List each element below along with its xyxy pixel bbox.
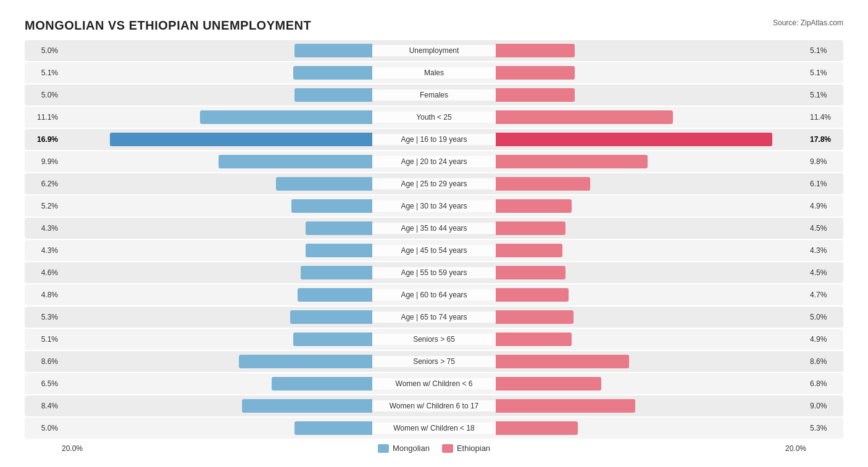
row-label: Women w/ Children 6 to 17 bbox=[372, 400, 496, 411]
legend-label-ethiopian: Ethiopian bbox=[457, 444, 490, 453]
bars-area: Seniors > 65 bbox=[62, 329, 806, 350]
row-label: Age | 16 to 19 years bbox=[372, 134, 496, 145]
bar-ethiopian bbox=[496, 155, 648, 168]
right-bar-area bbox=[496, 333, 806, 346]
chart-row: 5.1% Seniors > 65 4.9% bbox=[25, 329, 843, 350]
bar-ethiopian bbox=[496, 310, 574, 324]
bar-section: 5.0% Women w/ Children < 18 5.3% bbox=[25, 418, 843, 439]
chart-row: 5.3% Age | 65 to 74 years 5.0% bbox=[25, 307, 843, 328]
left-value: 4.6% bbox=[25, 268, 62, 277]
legend: Mongolian Ethiopian bbox=[378, 444, 490, 453]
bar-section: 5.0% Unemployment 5.1% bbox=[25, 40, 843, 61]
chart-row: 4.3% Age | 45 to 54 years 4.3% bbox=[25, 240, 843, 261]
left-value: 6.5% bbox=[25, 379, 62, 388]
chart-row: 11.1% Youth < 25 11.4% bbox=[25, 107, 843, 128]
right-bar-area bbox=[496, 310, 806, 324]
right-value: 5.0% bbox=[806, 313, 843, 321]
bar-section: 6.5% Women w/ Children < 6 6.8% bbox=[25, 373, 843, 394]
right-value: 5.1% bbox=[806, 68, 843, 77]
row-label: Age | 60 to 64 years bbox=[372, 289, 496, 300]
bar-section: 5.3% Age | 65 to 74 years 5.0% bbox=[25, 307, 843, 328]
bars-area: Age | 45 to 54 years bbox=[62, 240, 806, 261]
left-value: 4.3% bbox=[25, 246, 62, 255]
bars-area: Seniors > 75 bbox=[62, 351, 806, 372]
left-value: 11.1% bbox=[25, 113, 62, 122]
bar-section: 5.2% Age | 30 to 34 years 4.9% bbox=[25, 196, 843, 217]
bars-area: Women w/ Children < 6 bbox=[62, 373, 806, 394]
bar-mongolian bbox=[110, 133, 372, 146]
bars-area: Age | 35 to 44 years bbox=[62, 218, 806, 239]
bar-mongolian bbox=[242, 399, 372, 413]
left-bar-area bbox=[62, 44, 372, 57]
bars-area: Age | 25 to 29 years bbox=[62, 173, 806, 194]
right-bar-area bbox=[496, 244, 806, 257]
bar-mongolian bbox=[290, 310, 372, 324]
right-bar-area bbox=[496, 155, 806, 168]
right-bar-area bbox=[496, 355, 806, 368]
row-label: Age | 30 to 34 years bbox=[372, 200, 496, 212]
axis-right-label: 20.0% bbox=[785, 444, 806, 453]
bar-ethiopian bbox=[496, 133, 772, 146]
chart-row: 4.8% Age | 60 to 64 years 4.7% bbox=[25, 284, 843, 305]
bar-section: 8.4% Women w/ Children 6 to 17 9.0% bbox=[25, 395, 843, 416]
left-value: 5.0% bbox=[25, 46, 62, 55]
row-label: Women w/ Children < 18 bbox=[372, 423, 496, 434]
bar-ethiopian bbox=[496, 399, 635, 413]
bar-ethiopian bbox=[496, 110, 673, 124]
bars-area: Age | 16 to 19 years bbox=[62, 129, 806, 150]
row-label: Age | 65 to 74 years bbox=[372, 312, 496, 323]
bar-section: 11.1% Youth < 25 11.4% bbox=[25, 107, 843, 128]
bar-mongolian bbox=[301, 266, 372, 279]
bar-section: 4.3% Age | 45 to 54 years 4.3% bbox=[25, 240, 843, 261]
legend-item-mongolian: Mongolian bbox=[378, 444, 430, 453]
bar-mongolian bbox=[306, 244, 372, 257]
right-value: 6.1% bbox=[806, 180, 843, 188]
right-value: 9.0% bbox=[806, 402, 843, 410]
bar-section: 4.3% Age | 35 to 44 years 4.5% bbox=[25, 218, 843, 239]
bar-mongolian bbox=[239, 355, 372, 368]
bar-ethiopian bbox=[496, 288, 569, 302]
bar-section: 8.6% Seniors > 75 8.6% bbox=[25, 351, 843, 372]
left-value: 5.3% bbox=[25, 313, 62, 321]
left-value: 8.6% bbox=[25, 357, 62, 366]
chart-title: MONGOLIAN VS ETHIOPIAN UNEMPLOYMENT bbox=[25, 19, 311, 33]
chart-row: 6.5% Women w/ Children < 6 6.8% bbox=[25, 373, 843, 394]
bars-area: Women w/ Children < 18 bbox=[62, 418, 806, 439]
left-value: 9.9% bbox=[25, 157, 62, 166]
bars-area: Unemployment bbox=[62, 40, 806, 61]
bars-area: Age | 20 to 24 years bbox=[62, 151, 806, 172]
bar-ethiopian bbox=[496, 355, 629, 368]
bars-area: Youth < 25 bbox=[62, 107, 806, 128]
left-bar-area bbox=[62, 110, 372, 124]
left-bar-area bbox=[62, 377, 372, 391]
left-bar-area bbox=[62, 221, 372, 235]
bars-area: Females bbox=[62, 85, 806, 105]
right-value: 4.3% bbox=[806, 246, 843, 255]
chart-row: 4.3% Age | 35 to 44 years 4.5% bbox=[25, 218, 843, 239]
right-bar-area bbox=[496, 199, 806, 213]
right-value: 4.7% bbox=[806, 291, 843, 299]
left-bar-area bbox=[62, 333, 372, 346]
bars-area: Age | 60 to 64 years bbox=[62, 284, 806, 305]
chart-body: 5.0% Unemployment 5.1% 5.1% Males bbox=[25, 40, 843, 439]
bar-ethiopian bbox=[496, 44, 575, 57]
bar-ethiopian bbox=[496, 88, 575, 102]
chart-row: 5.0% Unemployment 5.1% bbox=[25, 40, 843, 61]
left-bar-area bbox=[62, 199, 372, 213]
right-value: 5.1% bbox=[806, 91, 843, 99]
bar-ethiopian bbox=[496, 177, 590, 191]
left-bar-area bbox=[62, 310, 372, 324]
right-value: 8.6% bbox=[806, 357, 843, 366]
left-value: 6.2% bbox=[25, 180, 62, 188]
row-label: Youth < 25 bbox=[372, 112, 496, 123]
row-label: Age | 35 to 44 years bbox=[372, 223, 496, 234]
right-bar-area bbox=[496, 399, 806, 413]
bar-ethiopian bbox=[496, 199, 572, 213]
left-bar-area bbox=[62, 155, 372, 168]
bars-area: Age | 55 to 59 years bbox=[62, 262, 806, 283]
bar-ethiopian bbox=[496, 377, 601, 391]
right-bar-area bbox=[496, 377, 806, 391]
bar-ethiopian bbox=[496, 266, 565, 279]
bar-section: 5.0% Females 5.1% bbox=[25, 85, 843, 105]
bar-section: 4.8% Age | 60 to 64 years 4.7% bbox=[25, 284, 843, 305]
